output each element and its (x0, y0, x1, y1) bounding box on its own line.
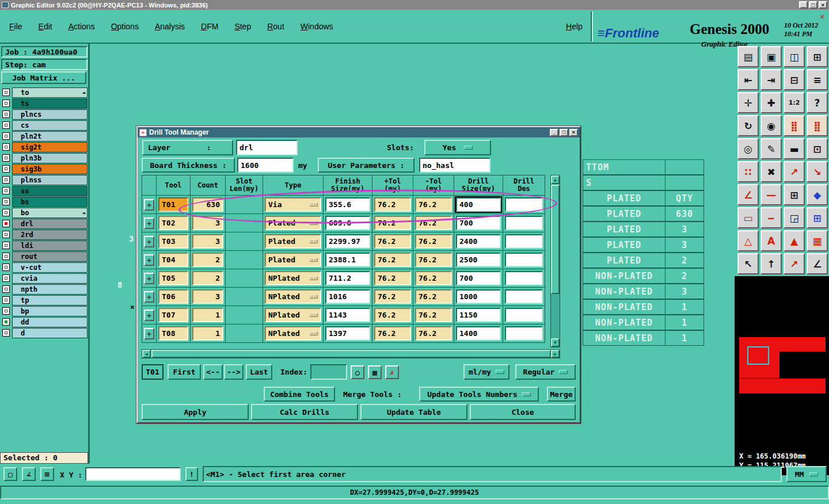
plus-tol-input[interactable]: 76.2 (374, 197, 411, 212)
plus-tol-input[interactable]: 76.2 (374, 216, 411, 230)
layer-name[interactable]: bp (12, 306, 88, 316)
update-tools-option-menu[interactable]: Update Tools Numbers (419, 387, 539, 402)
type-option-menu[interactable]: NPlated (265, 326, 321, 341)
stack-layers-icon[interactable]: ≡ (807, 69, 828, 90)
node-down-icon[interactable]: ↘ (807, 161, 828, 182)
delete-tool-icon[interactable]: ✗ (385, 365, 399, 379)
drill-size-input[interactable]: 700 (456, 271, 501, 285)
layer-row-sig2t[interactable]: sig2t (0, 142, 88, 153)
net-points-icon[interactable]: ∷ (737, 161, 759, 182)
drill-size-input[interactable]: 1000 (456, 289, 501, 304)
layer-checkbox[interactable] (2, 165, 10, 173)
finish-size-input[interactable]: 2299.97 (325, 234, 370, 249)
warn-triangle-icon[interactable]: △ (737, 230, 759, 251)
layer-checkbox[interactable] (2, 231, 10, 238)
mode-option-menu[interactable]: Regular (515, 364, 576, 380)
copy-window-icon[interactable]: ⊞ (807, 207, 828, 228)
tool-cell[interactable]: T02 (158, 216, 188, 230)
layer-name[interactable]: to◄ (12, 87, 88, 98)
job-matrix-button[interactable]: Job Matrix ... (1, 71, 86, 84)
close-icon[interactable]: × (819, 1, 827, 9)
monitor-icon[interactable]: ▣ (760, 46, 782, 67)
row-select-button[interactable]: ✛ (144, 254, 154, 266)
layer-row-v-cut[interactable]: v-cut (0, 262, 88, 273)
drill-des-input[interactable] (505, 253, 543, 267)
tool-cell[interactable]: T07 (158, 308, 188, 322)
minus-tol-input[interactable]: 76.2 (415, 234, 452, 249)
alert-button[interactable]: ! (185, 467, 198, 481)
apply-button[interactable]: Apply (142, 404, 249, 420)
drill-size-input[interactable]: 1150 (456, 308, 501, 322)
layer-name[interactable]: drl (12, 219, 88, 229)
display-icon[interactable]: ◫ (784, 46, 805, 67)
node-up-icon[interactable]: ↗ (784, 161, 805, 182)
point-box-icon[interactable]: ⊡ (807, 138, 828, 159)
layer-row-plnss[interactable]: plnss (0, 175, 88, 186)
merge-button[interactable]: Merge (547, 387, 576, 402)
finish-size-input[interactable]: 1143 (325, 308, 370, 322)
tool-cell[interactable]: T03 (158, 234, 188, 249)
drill-size-input[interactable]: 2500 (456, 253, 501, 267)
dock-right-icon[interactable]: ⇥ (760, 69, 782, 90)
menu-help[interactable]: Help (566, 22, 583, 31)
layer-row-rout[interactable]: rout (0, 251, 88, 262)
units-menu[interactable]: MM (786, 466, 827, 482)
layer-checkbox[interactable] (2, 154, 10, 162)
layer-row-2rd[interactable]: 2rd (0, 230, 88, 240)
shapes-icon[interactable]: ◆ (807, 184, 828, 205)
view-filter-icon[interactable]: ◎ (737, 138, 759, 159)
drill-des-input[interactable] (505, 308, 543, 322)
layer-checkbox[interactable] (2, 121, 10, 129)
type-option-menu[interactable]: Plated (265, 216, 321, 230)
units-option-menu[interactable]: ml/my (463, 364, 509, 380)
menu-edit[interactable]: Edit (39, 22, 52, 31)
layer-row-ts[interactable]: ts (0, 98, 88, 109)
layer-name[interactable]: cvia (12, 273, 88, 284)
zoom-tool-icon[interactable]: ○ (351, 365, 364, 379)
minus-tol-input[interactable]: 76.2 (415, 253, 452, 267)
origin-target-icon[interactable]: ◉ (760, 115, 782, 136)
angle-icon[interactable]: ∠ (22, 467, 36, 481)
sketch-pen-icon[interactable]: ✎ (760, 138, 782, 159)
drill-des-input[interactable] (505, 289, 543, 304)
table-hscrollbar[interactable]: ◀ ▶ (142, 349, 560, 358)
finish-size-input[interactable]: 609.6 (325, 216, 370, 230)
row-select-button[interactable]: ✛ (144, 328, 154, 339)
scale-1-2-icon[interactable]: 1:2 (784, 92, 805, 113)
type-option-menu[interactable]: NPlated (265, 271, 321, 285)
layer-checkbox[interactable] (2, 110, 10, 118)
finish-size-input[interactable]: 2388.1 (325, 253, 370, 267)
finish-size-input[interactable]: 1397 (325, 326, 370, 341)
close-button[interactable]: Close (470, 404, 576, 420)
layer-name[interactable]: plnss (12, 175, 88, 185)
slots-option-menu[interactable]: Yes (424, 140, 491, 155)
layer-row-bs[interactable]: bs (0, 197, 88, 208)
type-option-menu[interactable]: NPlated (265, 289, 321, 304)
pan-icon[interactable]: ✚ (760, 92, 782, 113)
select-cursor-icon[interactable]: ↖ (737, 253, 759, 274)
tool-cell[interactable]: T05 (158, 271, 188, 285)
maximize-icon[interactable]: □ (560, 129, 568, 136)
layer-checkbox[interactable] (2, 253, 10, 260)
layer-name[interactable]: ts (12, 98, 88, 109)
layer-row-pln3b[interactable]: pln3b (0, 153, 88, 164)
tile-windows-icon[interactable]: ⊞ (807, 46, 828, 67)
count-cell[interactable]: 2 (192, 253, 223, 267)
layer-checkbox[interactable] (2, 209, 10, 216)
minus-tol-input[interactable]: 76.2 (415, 271, 452, 285)
combine-tools-button[interactable]: Combine Tools (264, 387, 335, 402)
layer-row-d[interactable]: d (0, 328, 88, 339)
tool-cell[interactable]: T06 (158, 289, 188, 304)
last-button[interactable]: Last (246, 364, 272, 380)
xy-input[interactable] (85, 467, 181, 481)
drill-des-input[interactable] (505, 216, 543, 230)
count-cell[interactable]: 3 (192, 289, 223, 304)
minus-tol-input[interactable]: 76.2 (415, 216, 452, 230)
tool-cell[interactable]: T01 (158, 197, 188, 212)
layer-name[interactable]: ldi (12, 240, 88, 251)
layer-checkbox[interactable] (2, 285, 10, 293)
help-icon[interactable]: ? (807, 92, 828, 113)
corner-select-icon[interactable]: ◲ (784, 207, 805, 228)
layer-row-sig3b[interactable]: sig3b (0, 164, 88, 175)
count-cell[interactable]: 630 (192, 197, 223, 212)
